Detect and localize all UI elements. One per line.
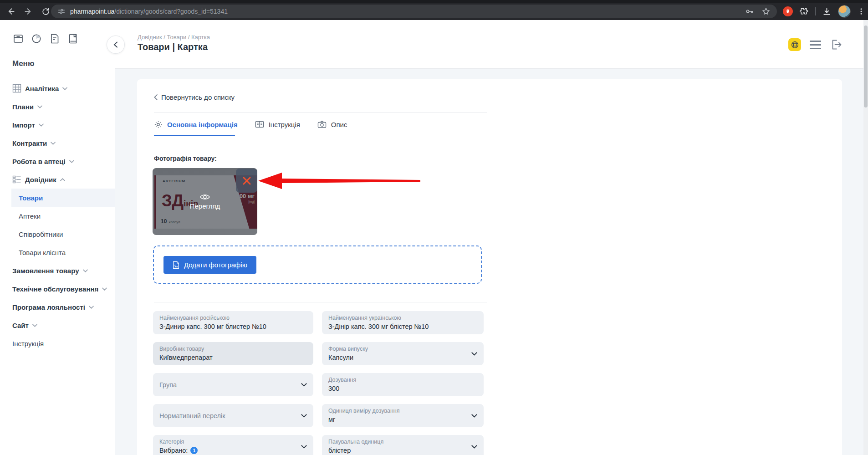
field-label: Виробник товару (159, 346, 307, 352)
browser-forward-button[interactable] (23, 6, 34, 17)
scrollbar-thumb[interactable] (864, 26, 868, 107)
url-text[interactable]: pharmapoint.ua/dictionary/goods/card?goo… (70, 8, 740, 15)
sidebar-item-goods-order[interactable]: Замовлення товару (0, 261, 115, 280)
language-globe-button[interactable] (788, 38, 801, 51)
chevron-down-icon (51, 142, 56, 145)
archive-box-icon[interactable] (12, 33, 24, 45)
selected-count-badge[interactable]: 1 (190, 447, 198, 454)
delete-photo-button[interactable] (236, 169, 257, 193)
tab-label: Основна інформація (167, 121, 238, 128)
bookmark-star-icon[interactable] (761, 7, 771, 16)
sidebar-item-label: Програма лояльності (12, 303, 85, 311)
browser-back-button[interactable] (5, 6, 16, 17)
sidebar: Меню Аналітика Плани Імпорт Контракти (0, 20, 115, 455)
site-settings-icon[interactable] (57, 7, 66, 15)
tab-instruction[interactable]: Інструкція (255, 118, 300, 131)
name-ru-field[interactable]: Найменування російською З-Динир капс. 30… (153, 311, 313, 334)
group-select[interactable]: Група (153, 373, 313, 396)
profile-avatar[interactable] (838, 5, 851, 18)
chevron-down-icon (69, 160, 74, 163)
toolbar-divider (815, 7, 816, 15)
normative-list-select[interactable]: Нормативний перелік (153, 404, 313, 427)
active-tab-underline (154, 135, 235, 136)
field-label: Форма випуску (328, 346, 477, 352)
chevron-up-icon (60, 178, 65, 181)
add-photo-button[interactable]: Додати фотографію (163, 256, 256, 274)
sidebar-item-pharmacy-work[interactable]: Робота в аптеці (0, 152, 115, 170)
sidebar-item-label: Сайт (12, 322, 29, 329)
sidebar-item-dictionary[interactable]: Довідник (0, 170, 115, 189)
sidebar-item-site[interactable]: Сайт (0, 316, 115, 334)
packing-unit-select[interactable]: Пакувальна одиниця блістер (322, 435, 484, 455)
extensions-puzzle-icon[interactable] (799, 7, 809, 16)
sidebar-item-instruction[interactable]: Інструкція (0, 334, 115, 353)
gear-icon (154, 120, 163, 129)
sidebar-item-import[interactable]: Імпорт (0, 116, 115, 134)
chevron-down-icon (301, 414, 307, 418)
adblock-extension-icon[interactable] (783, 6, 793, 16)
field-label: Дозування (328, 377, 477, 383)
field-value: Вибрано:1 (159, 447, 307, 454)
sidebar-collapse-button[interactable] (107, 36, 125, 54)
field-label: Найменування російською (159, 315, 307, 321)
breadcrumb: Довідник / Товари / Картка (138, 34, 210, 41)
sidebar-item-pharmacies[interactable]: Аптеки (0, 207, 115, 225)
book-icon[interactable] (67, 33, 79, 45)
open-book-icon (255, 120, 264, 129)
field-label: Група (159, 381, 177, 389)
preview-label: Перегляд (190, 202, 220, 210)
goods-form: Найменування російською З-Динир капс. 30… (153, 311, 484, 455)
product-photo-thumbnail[interactable]: ARTERIUM ЗДінір 300 мг [mg] 10 капсул Пе… (153, 168, 257, 235)
password-key-icon[interactable] (745, 7, 754, 16)
page-scrollbar[interactable] (863, 20, 868, 455)
chevron-down-icon (301, 383, 307, 387)
content-area: Повернутись до списку Основна інформація (115, 69, 868, 455)
chevron-down-icon (102, 287, 107, 291)
field-value: Капсули (328, 354, 477, 361)
sidebar-item-label: Співробітники (19, 230, 63, 238)
downloads-icon[interactable] (822, 7, 832, 16)
name-uk-field[interactable]: Найменування українською З-Дінір капс. 3… (322, 311, 484, 334)
dosage-unit-select[interactable]: Одиниця виміру дозування мг (322, 404, 484, 427)
dosage-field[interactable]: Дозування 300 (322, 373, 484, 396)
sidebar-item-label: Замовлення товару (12, 267, 79, 275)
file-image-icon (173, 261, 179, 269)
sidebar-item-employees[interactable]: Співробітники (0, 225, 115, 243)
tab-main-info[interactable]: Основна інформація (154, 118, 238, 131)
sidebar-item-maintenance[interactable]: Технічне обслуговування (0, 280, 115, 298)
field-value: З-Дінір капс. 300 мг блістер №10 (328, 323, 477, 330)
divider (154, 112, 487, 112)
tab-label: Інструкція (269, 121, 300, 128)
sidebar-item-analytics[interactable]: Аналітика (0, 79, 115, 97)
sidebar-item-plans[interactable]: Плани (0, 97, 115, 116)
url-domain: pharmapoint.ua (70, 8, 114, 15)
chevron-down-icon (301, 445, 307, 449)
photo-section-label: Фотографія товару: (154, 155, 217, 162)
logout-icon[interactable] (830, 38, 842, 51)
sidebar-item-goods[interactable]: Товари (11, 189, 115, 207)
field-label: Категорія (159, 439, 307, 445)
release-form-select[interactable]: Форма випуску Капсули (322, 342, 484, 365)
sidebar-item-loyalty-program[interactable]: Програма лояльності (0, 298, 115, 316)
sidebar-item-contracts[interactable]: Контракти (0, 134, 115, 152)
back-to-list-link[interactable]: Повернутись до списку (154, 93, 235, 101)
chevron-down-icon (471, 414, 477, 418)
category-select[interactable]: Категорія Вибрано:1 (153, 435, 313, 455)
eye-icon (200, 194, 210, 200)
document-icon[interactable] (49, 33, 61, 45)
chevron-down-icon (62, 87, 67, 90)
menu-hamburger-button[interactable] (810, 41, 821, 49)
main-area: Довідник / Товари / Картка Товари | Карт… (115, 20, 868, 455)
address-bar[interactable]: pharmapoint.ua/dictionary/goods/card?goo… (51, 5, 777, 18)
sidebar-item-client-goods[interactable]: Товари клієнта (0, 243, 115, 261)
tab-description[interactable]: Опис (317, 118, 347, 131)
chevron-down-icon (83, 269, 88, 272)
pie-chart-icon[interactable] (31, 33, 42, 45)
chevron-down-icon (37, 105, 42, 108)
browser-menu-icon[interactable] (857, 7, 865, 15)
tabs: Основна інформація Інструкція Опис (154, 118, 347, 131)
chevron-down-icon (471, 352, 477, 356)
sidebar-item-label: Інструкція (12, 340, 44, 348)
browser-reload-button[interactable] (40, 6, 51, 17)
photo-upload-dropzone[interactable]: Додати фотографію (153, 245, 482, 284)
